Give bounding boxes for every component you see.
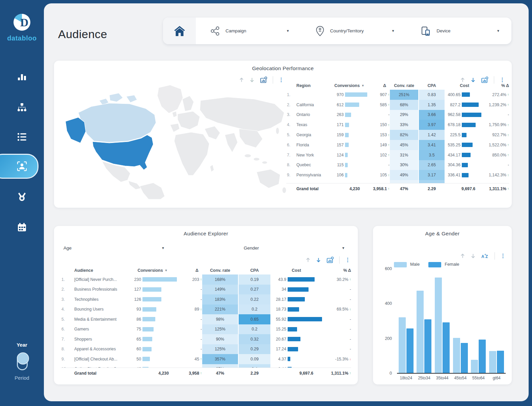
cost-bar — [462, 113, 481, 117]
conv-rate-cell: 34% — [390, 180, 418, 183]
sidebar-item-overview[interactable] — [0, 67, 44, 86]
bar-group — [489, 351, 504, 373]
table-row: 8. Quebec 115 - 30% 2.65 304.36 - — [286, 160, 509, 170]
sidebar-item-awards[interactable] — [0, 187, 44, 206]
top-filter-bar: Campaign ▼ Country/Territory ▼ Device — [163, 18, 511, 44]
up-change-icon: ↑ — [200, 278, 202, 281]
year-period-toggle[interactable] — [17, 353, 28, 370]
col-header: % Δ — [484, 82, 509, 90]
more-options-icon[interactable]: ⋮ — [500, 253, 506, 259]
svg-text:D: D — [20, 16, 29, 29]
up-change-icon: ↑ — [388, 93, 390, 96]
sort-az-icon[interactable]: AZ — [481, 253, 489, 259]
female-bar — [443, 322, 450, 373]
x-tick-label: 55to64 — [470, 376, 488, 380]
sort-up-icon[interactable] — [305, 257, 311, 263]
conversions-bar — [345, 103, 359, 107]
cost-bar — [462, 173, 469, 177]
x-tick-label: 45to54 — [451, 376, 470, 380]
more-options-icon[interactable]: ⋮ — [345, 257, 350, 263]
filter-label: Device — [436, 28, 450, 33]
gender-dropdown[interactable]: Gender ▼ — [244, 243, 345, 252]
cpa-cell: 0.27 — [239, 285, 270, 295]
sort-down-icon[interactable] — [471, 253, 476, 259]
cost-bar — [288, 357, 290, 361]
databloo-logo-icon: D — [13, 13, 31, 31]
col-header: Region — [296, 82, 330, 90]
filter-campaign[interactable]: Campaign ▼ — [196, 18, 301, 44]
conversions-bar — [142, 337, 152, 341]
col-header-conversions[interactable]: Conversions▼ — [330, 82, 369, 90]
conv-rate-cell: 98% — [202, 314, 238, 324]
cpa-cell: 3.97 — [419, 120, 445, 130]
filter-label: Country/Territory — [330, 28, 364, 33]
dropdown-label: Gender — [244, 245, 259, 251]
sidebar-item-campaigns[interactable] — [0, 98, 44, 117]
cpa-cell: 3.66 — [419, 110, 445, 120]
up-change-icon: ↑ — [388, 143, 390, 147]
bar-group — [453, 338, 468, 373]
col-header: Conv. rate — [390, 82, 419, 90]
up-change-icon: ↑ — [507, 133, 509, 137]
table-row: 7. New York 124 102↑ 31% 3.5 434.17 850.… — [286, 150, 509, 160]
col-header-conversions[interactable]: Conversions▼ — [128, 266, 178, 274]
conversions-bar — [345, 123, 349, 127]
sort-up-icon[interactable] — [460, 253, 465, 259]
cpa-cell: 0.19 — [239, 274, 270, 285]
cpa-cell: 0.22 — [239, 294, 270, 304]
chevron-down-icon: ▼ — [497, 29, 500, 33]
sidebar: D databloo — [0, 0, 44, 406]
y-tick-label: 600 — [378, 266, 392, 271]
table-rows: 1. 970 907↑ 251% 0.83 400.65 272.4%↑ 2. … — [286, 90, 509, 183]
grand-total-row: Grand total 4,230 3,958.1↑ 47% 2.29 9,69… — [286, 183, 509, 194]
table-row: 4. Bouncing Users 93 89↑ 221% 0.2 18.73 … — [61, 304, 351, 315]
sidebar-item-lists[interactable] — [0, 127, 44, 146]
table-row: 10. Online Plant Retailer C... 40 97% 0.… — [61, 364, 351, 368]
sort-down-icon[interactable] — [316, 257, 321, 263]
x-axis-labels: 18to2425to3435to4445to5455to64gt64 — [397, 376, 506, 380]
conv-rate-cell: 183% — [202, 294, 238, 304]
chart-legend: MaleFemale — [394, 262, 459, 267]
x-tick-label: 25to34 — [415, 376, 433, 380]
toolbar-divider — [495, 252, 495, 260]
table-row: 6. Gamers 75 - 125% 0.2 15.25 - — [61, 324, 351, 335]
conv-rate-cell: 45% — [390, 140, 418, 150]
conversions-bar — [142, 277, 177, 282]
up-change-icon: ↑ — [507, 93, 509, 96]
conv-rate-cell: 168% — [202, 274, 238, 285]
table-row: 7. Shoppers 65 - 90% 0.32 20.67 - — [61, 334, 351, 344]
up-change-icon: ↑ — [200, 308, 202, 311]
bar-group — [399, 317, 414, 373]
table-row: 4. Texas 171 150↑ 33% 3.97 678.18 1,750.… — [286, 120, 509, 130]
svg-text:Z: Z — [485, 254, 488, 259]
databloo-logo[interactable]: D databloo — [0, 13, 44, 42]
filter-device[interactable]: Device ▼ — [406, 18, 511, 44]
conversions-bar — [345, 173, 347, 177]
world-map[interactable] — [59, 82, 295, 200]
cpa-cell: 3.17 — [419, 170, 445, 180]
female-bar — [406, 328, 414, 373]
conv-rate-cell: 357% — [202, 354, 238, 364]
col-header: % Δ — [322, 266, 351, 274]
age-dropdown[interactable]: Age ▼ — [63, 243, 165, 252]
table-row: 10. British Columbia 102 34% 2.55 250.3 — [286, 180, 509, 183]
age-gender-chart — [397, 269, 506, 374]
up-change-icon: ↑ — [349, 308, 351, 311]
legend-item: Female — [428, 262, 459, 267]
col-header: CPA — [419, 82, 445, 90]
home-button[interactable] — [163, 18, 196, 44]
sidebar-item-calendar[interactable] — [0, 218, 44, 237]
col-header: Δ — [178, 266, 202, 274]
bar-chart-icon — [17, 72, 27, 82]
sidebar-item-audience[interactable] — [0, 157, 44, 176]
male-bar — [453, 338, 460, 373]
filter-country[interactable]: Country/Territory ▼ — [301, 18, 406, 44]
share-nodes-icon — [210, 26, 220, 36]
up-change-icon: ↑ — [507, 173, 509, 177]
audience-scan-icon — [16, 161, 28, 172]
bar-group — [435, 278, 450, 373]
grand-total-row: Grand total 4,230 3,958↑ 47% 2.29 9,697.… — [61, 368, 351, 378]
chart-settings-icon[interactable] — [326, 257, 334, 263]
sort-caret-icon: ▼ — [362, 84, 365, 87]
table-row: 3. Ontario 263 - 29% 3.66 962.58 - — [286, 110, 509, 120]
